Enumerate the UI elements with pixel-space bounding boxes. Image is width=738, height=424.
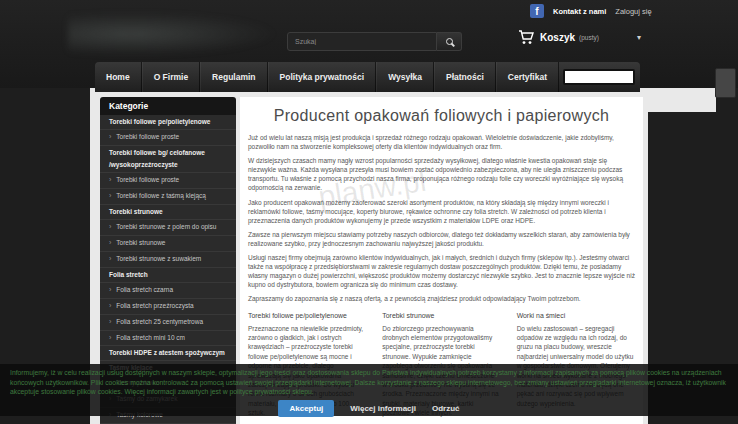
cookie-consent-bar: Informujemy, iż w celu realizacji usług … [0,364,738,416]
sidebar-item[interactable]: ›Folia stretch mini 10 cm [100,331,236,347]
section-heading: Worki na śmieci [517,312,635,319]
nav-item-polityka-prywatnosci[interactable]: Polityka prywatności [268,62,377,92]
sidebar-item-label: Folia stretch mini 10 cm [116,334,185,341]
sidebar-header[interactable]: Torebki foliowe bg/ celofanowe /wysokopr… [100,146,236,173]
search-button[interactable] [437,32,462,51]
chevron-right-icon: › [109,223,111,230]
sidebar-item-label: Torebki foliowe proste [116,133,179,140]
login-link[interactable]: Zaloguj się [615,7,651,16]
sidebar-item[interactable]: ›Torebki foliowe proste [100,130,236,146]
nav-item-wysylka[interactable]: Wysyłka [376,62,434,92]
contact-link[interactable]: Kontakt z nami [553,7,606,16]
chevron-right-icon: › [109,318,111,325]
sidebar-header[interactable]: Torebki strunowe [100,205,236,220]
main-nav: Home O Firmie Regulamin Polityka prywatn… [95,62,640,92]
sidebar-item[interactable]: ›Folia stretch czarna [100,283,236,299]
chevron-right-icon: › [109,255,111,262]
sidebar-item-label: Torebki strunowe [116,239,165,246]
cart-widget[interactable]: Koszyk (pusty) ▾ [518,30,641,45]
cookie-reject-link[interactable]: Odrzuć [432,404,460,413]
chevron-right-icon: › [109,133,111,140]
chevron-right-icon: › [109,176,111,183]
sidebar-item[interactable]: ›Torebki strunowe z suwakiem [100,252,236,268]
sidebar-item[interactable]: ›Torebki strunowe [100,236,236,252]
sidebar-item[interactable]: ›Folia stretch 25 centymetrowa [100,315,236,331]
intro-paragraph: W dzisiejszych czasach mamy nagły wzrost… [248,156,635,192]
intro-paragraph: Zawsze na pierwszym miejscu stawiamy pot… [248,230,635,248]
nav-blank-box [563,69,635,85]
cart-icon [518,30,534,45]
section-heading: Torebki foliowe pe/polietylenowe [248,312,366,319]
topbar-links: f Kontakt z nami Zaloguj się [530,4,652,18]
cookie-more-info-link[interactable]: Więcej informacji [350,404,416,413]
nav-item-regulamin[interactable]: Regulamin [200,62,267,92]
sidebar-item-label: Folia stretch przeźroczysta [116,302,193,309]
cookie-accept-button[interactable]: Akceptuj [278,400,334,417]
sidebar-item-label: Torebki strunowe z polem do opisu [116,223,216,230]
sidebar-item-label: Torebki foliowe proste [116,176,179,183]
side-edge-widget[interactable] [715,68,736,98]
sidebar-item-label: Torebki foliowe z taśmą klejącą [116,192,206,199]
sidebar-item[interactable]: ›Torebki strunowe z polem do opisu [100,220,236,236]
sidebar-item-label: Folia stretch 25 centymetrowa [116,318,203,325]
sidebar-item[interactable]: ›Torebki foliowe proste [100,173,236,189]
cart-status: (pusty) [579,34,599,41]
facebook-icon[interactable]: f [530,4,544,18]
sidebar-header[interactable]: Folia stretch [100,268,236,283]
sidebar-item[interactable]: ›Folia stretch przeźroczysta [100,299,236,315]
shop-logo[interactable] [68,12,278,56]
chevron-right-icon: › [109,286,111,293]
sidebar-item[interactable]: ›Torebki foliowe z taśmą klejącą [100,189,236,205]
nav-item-o-firmie[interactable]: O Firmie [142,62,200,92]
section-heading: Torebki strunowe [382,312,500,319]
search-input[interactable] [287,32,437,51]
nav-item-platnosci[interactable]: Płatności [434,62,496,92]
chevron-right-icon: › [109,334,111,341]
sidebar-item-label: Folia stretch czarna [116,286,173,293]
page-title: Producent opakowań foliowych i papierowy… [248,107,635,125]
chevron-right-icon: › [109,239,111,246]
search-icon [446,38,453,45]
cookie-actions: Akceptuj Więcej informacji Odrzuć [10,400,728,417]
chevron-right-icon: › [109,192,111,199]
chevron-right-icon: › [109,302,111,309]
search-box [287,32,462,51]
cookie-message: Informujemy, iż w celu realizacji usług … [10,368,728,397]
sidebar-header[interactable]: Torebki HDPE z atestem spożywczym [100,346,236,361]
intro-paragraph: Już od wielu lat naszą misją jest produk… [248,133,635,151]
nav-item-home[interactable]: Home [95,62,142,92]
intro-paragraph: Usługi naszej firmy obejmują zarówno kli… [248,253,635,289]
sidebar-item-label: Torebki strunowe z suwakiem [116,255,201,262]
intro-paragraph: Zapraszamy do zapoznania się z naszą ofe… [248,294,635,303]
page-wrapper-strip [648,88,716,112]
cart-label: Koszyk [540,32,575,43]
intro-paragraph: Jako producent opakowań możemy zaoferowa… [248,198,635,225]
nav-item-certyfikat[interactable]: Certyfikat [496,62,559,92]
sidebar-title: Kategorie [100,97,236,115]
chevron-down-icon[interactable]: ▾ [637,33,641,42]
sidebar-header[interactable]: Torebki foliowe pe/polietylenowe [100,115,236,130]
